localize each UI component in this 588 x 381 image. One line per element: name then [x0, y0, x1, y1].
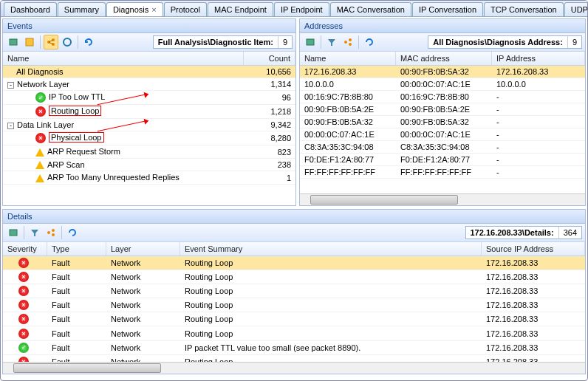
addresses-row[interactable]: C8:3A:35:3C:94:08C8:3A:35:3C:94:08- — [300, 141, 585, 154]
cell-mac: 00:90:FB:0B:5A:2E — [396, 103, 492, 115]
details-row[interactable]: ×FaultNetworkRouting Loop172.16.208.33 — [3, 355, 585, 362]
row-label: All Diagnosis — [16, 67, 64, 76]
close-icon[interactable]: × — [151, 5, 156, 14]
tab-summary[interactable]: Summary — [58, 2, 106, 16]
tab-mac-endpoint[interactable]: MAC Endpoint — [208, 2, 273, 16]
addresses-row[interactable]: FF:FF:FF:FF:FF:FFFF:FF:FF:FF:FF:FF- — [300, 166, 585, 179]
filter-node-icon[interactable] — [341, 35, 355, 49]
col-name[interactable]: Name — [3, 52, 244, 65]
details-row[interactable]: ×FaultNetworkRouting Loop172.16.208.33 — [3, 312, 585, 326]
addresses-row[interactable]: 00:16:9C:7B:8B:8000:16:9C:7B:8B:80- — [300, 91, 585, 103]
error-icon: × — [18, 272, 29, 282]
addresses-row[interactable]: 172.16.208.3300:90:FB:0B:5A:32172.16.208… — [300, 66, 585, 78]
cell-mac: F0:DE:F1:2A:80:77 — [396, 154, 492, 165]
filter-node-icon[interactable] — [44, 35, 58, 49]
tab-diagnosis[interactable]: Diagnosis× — [106, 2, 163, 16]
svg-point-15 — [52, 233, 55, 236]
details-row[interactable]: ×FaultNetworkRouting Loop172.16.208.33 — [3, 270, 585, 284]
tree-toggle-icon[interactable]: - — [7, 82, 14, 89]
details-row[interactable]: ×FaultNetworkRouting Loop172.16.208.33 — [3, 284, 585, 298]
export-icon[interactable] — [6, 35, 21, 49]
refresh-icon[interactable] — [362, 35, 377, 49]
details-row[interactable]: ×FaultNetworkRouting Loop172.16.208.33 — [3, 326, 585, 340]
details-row[interactable]: ×FaultNetworkRouting Loop172.16.208.33 — [3, 298, 585, 312]
ok-icon: ✓ — [35, 92, 46, 103]
details-row[interactable]: ✓FaultNetworkIP packet TTL value too sma… — [3, 341, 585, 355]
events-row[interactable]: ✓IP Too Low TTL96 — [3, 91, 295, 105]
col-severity[interactable]: Severity — [3, 242, 47, 255]
tree-toggle-icon[interactable]: - — [7, 123, 14, 129]
refresh-icon[interactable] — [81, 35, 96, 49]
events-row[interactable]: -Network Layer1,314 — [3, 78, 295, 91]
cell-summary: Routing Loop — [180, 299, 482, 311]
addresses-row[interactable]: F0:DE:F1:2A:80:77F0:DE:F1:2A:80:77- — [300, 154, 585, 166]
tab-ip-endpoint[interactable]: IP Endpoint — [274, 2, 329, 16]
error-icon: × — [18, 357, 29, 362]
col-source-ip[interactable]: Source IP Address — [482, 242, 585, 255]
options-dropdown-icon[interactable] — [60, 35, 75, 49]
cell-summary: Routing Loop — [180, 313, 482, 325]
addresses-hscroll[interactable] — [300, 193, 585, 205]
cell-mac: 00:00:0C:07:AC:1E — [396, 78, 492, 90]
events-row[interactable]: All Diagnosis10,656 — [3, 66, 295, 78]
svg-point-11 — [349, 43, 352, 46]
col-count[interactable]: Count — [244, 52, 295, 65]
app-icon[interactable] — [22, 35, 37, 49]
tab-udp[interactable]: UDP — [564, 2, 588, 16]
addresses-row[interactable]: 00:00:0C:07:AC:1E00:00:0C:07:AC:1E- — [300, 128, 585, 141]
tab-mac-conversation[interactable]: MAC Conversation — [330, 2, 411, 16]
cell-severity: × — [3, 270, 47, 284]
details-grid[interactable]: ×FaultNetworkRouting Loop172.16.208.33×F… — [3, 256, 585, 362]
details-row[interactable]: ×FaultNetworkRouting Loop172.16.208.33 — [3, 256, 585, 270]
col-summary[interactable]: Event Summary — [180, 242, 482, 255]
svg-point-13 — [47, 231, 50, 234]
events-grid[interactable]: All Diagnosis10,656-Network Layer1,314✓I… — [3, 66, 295, 205]
export-icon[interactable] — [6, 225, 21, 240]
filter-node-icon[interactable] — [44, 225, 58, 240]
filter-icon[interactable] — [324, 35, 339, 49]
tab-dashboard[interactable]: Dashboard — [4, 2, 57, 16]
cell-layer: Network — [106, 356, 180, 362]
tab-protocol[interactable]: Protocol — [164, 2, 207, 16]
col-mac[interactable]: MAC address — [396, 52, 492, 65]
filter-icon[interactable] — [27, 225, 42, 240]
cell-mac: 00:00:0C:07:AC:1E — [396, 128, 492, 140]
svg-rect-8 — [307, 39, 314, 45]
col-name[interactable]: Name — [300, 52, 396, 65]
row-count: 1,314 — [244, 78, 295, 90]
addresses-grid[interactable]: 172.16.208.3300:90:FB:0B:5A:32172.16.208… — [300, 66, 585, 193]
events-header: Events — [3, 19, 295, 33]
export-icon[interactable] — [303, 35, 318, 49]
events-row[interactable]: ×Physical Loop8,280 — [3, 131, 295, 145]
tab-tcp-conversation[interactable]: TCP Conversation — [484, 2, 564, 16]
events-row[interactable]: -Data Link Layer9,342 — [3, 119, 295, 131]
refresh-icon[interactable] — [65, 225, 80, 240]
cell-source-ip: 172.16.208.33 — [482, 257, 585, 269]
cell-name: 172.16.208.33 — [300, 66, 396, 78]
col-layer[interactable]: Layer — [106, 242, 180, 255]
addresses-row[interactable]: 10.0.0.000:00:0C:07:AC:1E10.0.0.0 — [300, 78, 585, 91]
cell-ip: - — [492, 103, 585, 115]
col-type[interactable]: Type — [47, 242, 106, 255]
cell-name: F0:DE:F1:2A:80:77 — [300, 154, 396, 165]
cell-source-ip: 172.16.208.33 — [482, 285, 585, 297]
details-columns: Severity Type Layer Event Summary Source… — [3, 242, 585, 256]
events-row[interactable]: ARP Request Storm823 — [3, 145, 295, 159]
events-row[interactable]: ×Routing Loop1,218 — [3, 105, 295, 119]
cell-type: Fault — [47, 313, 106, 325]
tab-ip-conversation[interactable]: IP Conversation — [412, 2, 483, 16]
cell-mac: 00:90:FB:0B:5A:32 — [396, 116, 492, 128]
details-hscroll[interactable] — [3, 362, 585, 374]
events-row[interactable]: ARP Scan238 — [3, 159, 295, 172]
row-label: Physical Loop — [49, 132, 104, 143]
events-row[interactable]: ARP Too Many Unrequested Replies1 — [3, 171, 295, 185]
row-label: Routing Loop — [49, 106, 101, 116]
cell-ip: - — [492, 128, 585, 140]
addresses-row[interactable]: 00:90:FB:0B:5A:3200:90:FB:0B:5A:32- — [300, 116, 585, 128]
warning-icon — [35, 148, 44, 157]
col-ip[interactable]: IP Address — [492, 52, 585, 65]
addresses-row[interactable]: 00:90:FB:0B:5A:2E00:90:FB:0B:5A:2E- — [300, 103, 585, 116]
svg-point-7 — [64, 38, 71, 46]
cell-mac: 00:90:FB:0B:5A:32 — [396, 66, 492, 78]
cell-name: FF:FF:FF:FF:FF:FF — [300, 166, 396, 178]
